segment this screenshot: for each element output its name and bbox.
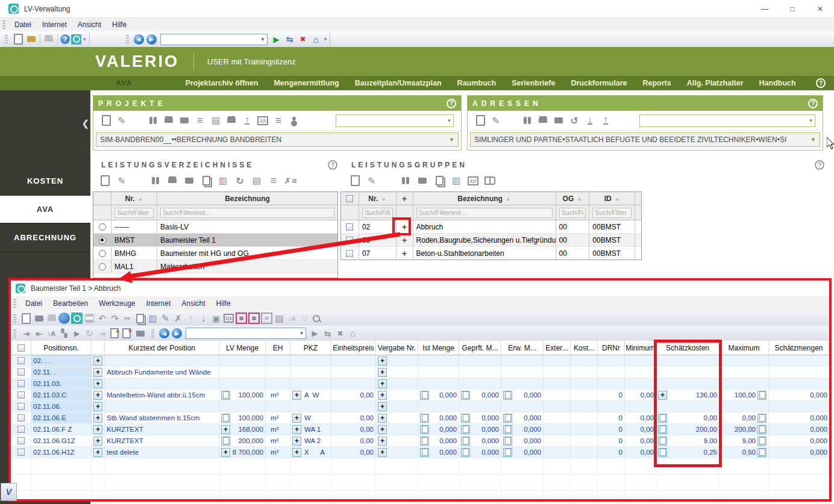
row-checkbox[interactable] [17,403,25,410]
paste-icon[interactable] [450,174,463,187]
col-maximum[interactable]: Maximum [720,341,769,355]
schaetzkosten-button[interactable] [658,437,667,446]
run-icon[interactable] [271,33,283,45]
erw-menge-button[interactable] [503,391,512,400]
lv-row[interactable]: ------ Basis-LV [93,220,337,234]
lg-expand-plus[interactable]: + [397,234,413,246]
menubar-grip[interactable] [2,20,5,29]
delete-icon[interactable] [382,174,395,187]
col-schaetzkosten[interactable]: Schätzkosten [656,341,720,355]
pkz-button[interactable] [292,437,301,446]
delete-doc-icon[interactable] [122,328,133,339]
ist-menge-button[interactable] [420,448,429,457]
nav-link[interactable]: Serienbriefe [512,79,555,87]
lv-radio[interactable] [99,237,106,244]
address-input[interactable] [161,35,259,44]
erw-menge-button[interactable] [503,425,512,434]
schaetzkosten-button[interactable] [658,448,667,457]
delete-icon[interactable] [132,174,145,187]
folder-icon[interactable] [134,328,146,339]
overlay-address-input[interactable] [186,329,298,338]
copy-icon[interactable] [134,313,146,324]
lv-radio[interactable] [99,250,106,257]
close-button[interactable]: ✕ [806,0,834,17]
position-row[interactable]: 02.11.03.C Mantelbeton-Wand abbr.ü.15cm … [11,390,829,401]
print-icon[interactable] [166,174,179,187]
position-row[interactable]: 02. . . [11,355,829,367]
upload-icon[interactable] [599,114,612,127]
expand-plus-button[interactable] [93,425,102,434]
edit-icon[interactable] [115,114,128,127]
move-down-icon[interactable] [198,313,209,324]
run-icon[interactable] [309,328,321,339]
toolbar-grip[interactable] [5,35,8,43]
position-row[interactable]: 02.11.06.H1Z test delete 8 700,000 m³ X … [11,447,829,458]
toolbar-overflow-icon[interactable]: ▾ [323,36,328,42]
chevron-down-icon[interactable]: ▼ [445,115,453,126]
menubar-grip[interactable] [13,299,16,308]
overlay-menu-item[interactable]: Bearbeiten [48,299,93,308]
undo-icon[interactable] [96,313,108,324]
delete-lv-icon[interactable] [284,174,297,187]
geprft-menge-button[interactable] [461,425,470,434]
refresh-icon[interactable] [84,328,95,339]
position-row[interactable]: 02.11.06.F Z KURZTEXT 168,000 m³ WA 1 0,… [11,424,829,435]
header-checkbox[interactable] [17,344,25,352]
edit-position-icon[interactable] [160,313,171,324]
minimize-button[interactable]: — [751,0,779,17]
toolbar-grip[interactable] [13,314,16,323]
forward-window-icon[interactable] [210,313,222,324]
vergabe-button[interactable] [378,448,387,457]
lg-row[interactable]: 03 + Roden,Baugrube,Sicherungen u.Tiefgr… [341,234,641,247]
forward-icon[interactable]: ▶ [146,34,157,45]
position-row[interactable]: 02.11. . Abbruch Fundamente und Wände [11,367,829,378]
history-icon[interactable] [568,114,581,127]
save-icon[interactable] [84,313,95,324]
position-row[interactable]: 02.11.03. [11,378,829,390]
list-alt-icon[interactable] [272,114,285,127]
tree-icon[interactable] [58,328,70,339]
open-folder-icon[interactable] [183,174,196,187]
jump-in-icon[interactable] [20,328,32,339]
maximize-button[interactable]: □ [779,0,806,17]
expand-plus-button[interactable] [93,437,102,446]
vergabe-button[interactable] [378,437,387,446]
col-pkz[interactable]: PKZ [290,341,331,355]
document-icon[interactable] [250,174,263,187]
open-folder-icon[interactable] [25,33,37,45]
address-dropdown[interactable]: SIMLINGER UND PARTNE•STAATLICH BEFUGTE U… [470,132,820,147]
toolbar-grip[interactable] [13,329,16,338]
filter-icon[interactable] [299,313,310,324]
expand-plus-button[interactable] [93,402,102,411]
sidebar-item[interactable]: AVA [0,196,90,224]
expand-plus-button[interactable] [93,368,102,377]
toolbar-grip[interactable] [126,35,129,43]
schaetzkosten-button[interactable] [658,425,667,434]
row-checkbox[interactable] [17,391,25,399]
row-checkbox[interactable] [17,380,25,387]
chevron-down-icon[interactable]: ▼ [259,34,267,45]
renumber-icon[interactable] [46,328,57,339]
cut-icon[interactable] [122,313,133,324]
projekte-filter-combobox[interactable]: ▼ [336,114,454,127]
ist-menge-button[interactable] [420,437,429,446]
expand-plus-button[interactable] [93,379,102,388]
search-icon[interactable] [399,174,412,187]
adressen-filter-combobox[interactable]: ▼ [639,114,815,127]
menu-datei[interactable]: Datei [9,20,37,29]
col-lv-menge[interactable]: LV Menge [219,341,266,355]
lg-row[interactable]: 02 + Abbruch 00 00BMST [341,220,641,234]
refresh-icon[interactable] [233,174,246,187]
expand-plus-button[interactable] [93,356,102,366]
col-einheitspreis[interactable]: Einheitspreis [331,341,376,355]
chevron-down-icon[interactable]: ▼ [810,137,816,143]
ist-menge-button[interactable] [420,414,429,423]
schaetzkosten-button[interactable] [658,391,667,400]
toolbar-grip[interactable] [151,329,154,338]
col-ist-menge[interactable]: Ist Menge [418,341,459,355]
col-positionsnr[interactable]: Positionsn. [31,341,92,355]
lg-og-filter-input[interactable] [559,208,586,218]
vergabe-button[interactable] [378,379,387,388]
next-door-icon[interactable] [96,328,108,339]
nav-link[interactable]: Druckformulare [571,79,627,87]
